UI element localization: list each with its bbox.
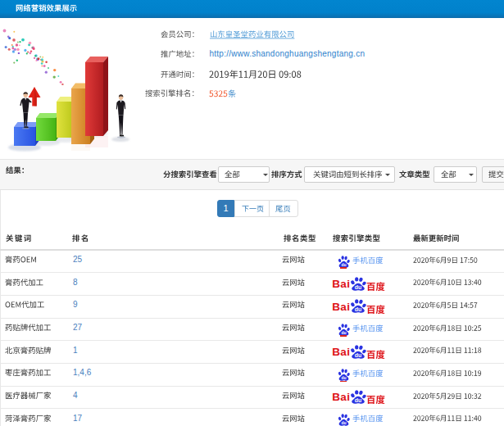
svg-text:du: du (355, 283, 362, 289)
svg-text:du: du (355, 351, 362, 357)
svg-text:du: du (341, 263, 346, 267)
svg-text:du: du (341, 331, 346, 335)
svg-text:du: du (341, 376, 346, 380)
svg-text:du: du (355, 306, 362, 312)
svg-text:du: du (341, 421, 346, 425)
svg-text:du: du (355, 397, 362, 403)
